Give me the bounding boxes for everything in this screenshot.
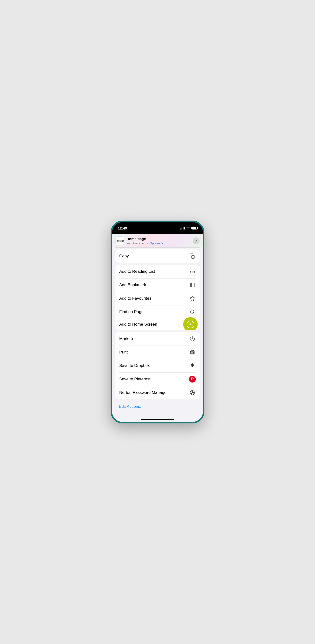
svg-point-9 (193, 352, 194, 352)
menu-section-copy: Copy (115, 250, 200, 263)
menu-item-copy[interactable]: Copy (115, 250, 200, 263)
home-indicator (141, 419, 174, 420)
menu-item-norton[interactable]: Norton Password Manager (115, 386, 200, 400)
time-display: 12:49 (118, 226, 127, 230)
copy-icon (189, 253, 196, 260)
menu-item-print[interactable]: Print (115, 346, 200, 359)
menu-item-add-to-home-screen[interactable]: Add to Home Screen + (115, 319, 200, 330)
status-icons (180, 226, 197, 230)
battery-icon (191, 226, 197, 230)
pinterest-icon: P (189, 376, 196, 382)
page-title: Home page (127, 237, 190, 241)
search-icon (189, 308, 196, 315)
add-home-icon: + (187, 320, 194, 328)
glasses-icon (189, 268, 196, 275)
menu-item-save-dropbox[interactable]: Save to Dropbox (115, 359, 200, 372)
page-url: sanctuary.co.uk (127, 242, 148, 245)
markup-icon (189, 336, 196, 342)
wifi-icon (186, 226, 190, 230)
close-button[interactable]: × (193, 238, 200, 244)
norton-icon (189, 389, 196, 396)
copy-label: Copy (119, 254, 129, 258)
dropbox-label: Save to Dropbox (119, 363, 150, 368)
svg-rect-0 (192, 256, 194, 258)
site-favicon: sanctua (115, 236, 124, 245)
status-bar: 12:49 (112, 222, 203, 234)
menu-section-tools: Markup Print (115, 332, 200, 400)
menu-item-markup[interactable]: Markup (115, 332, 200, 346)
print-icon (189, 349, 196, 356)
svg-rect-8 (191, 353, 194, 354)
norton-label: Norton Password Manager (119, 390, 168, 395)
favourites-label: Add to Favourites (119, 296, 151, 301)
pinterest-label: Save to Pinterest (119, 377, 150, 382)
menu-item-add-reading-list[interactable]: Add to Reading List (115, 265, 200, 278)
add-home-highlight: + (183, 317, 198, 330)
svg-line-5 (194, 313, 195, 314)
svg-point-4 (190, 310, 194, 313)
svg-point-12 (192, 392, 193, 393)
markup-label: Markup (119, 336, 133, 341)
star-icon (189, 295, 196, 302)
reading-list-label: Add to Reading List (119, 269, 155, 274)
menu-container: Copy Add to Reading List (112, 248, 203, 420)
book-icon (189, 282, 196, 288)
menu-section-bookmarks: Add to Reading List Add Bookmark (115, 265, 200, 330)
print-label: Print (119, 350, 128, 355)
browser-bar: sanctua Home page sanctuary.co.uk Option… (112, 234, 203, 247)
find-label: Find on Page (119, 310, 144, 314)
edit-actions-button[interactable]: Edit Actions... (115, 401, 200, 410)
menu-item-save-pinterest[interactable]: Save to Pinterest P (115, 372, 200, 386)
bookmark-label: Add Bookmark (119, 282, 146, 288)
phone-frame: 12:49 sanctua H (111, 220, 204, 424)
menu-item-find-on-page[interactable]: Find on Page (115, 305, 200, 319)
dropbox-icon (189, 362, 196, 369)
signal-icon (180, 226, 185, 230)
menu-item-add-favourites[interactable]: Add to Favourites (115, 292, 200, 305)
home-screen-label: Add to Home Screen (119, 322, 157, 327)
menu-item-add-bookmark[interactable]: Add Bookmark (115, 278, 200, 292)
svg-marker-3 (190, 296, 195, 300)
options-button[interactable]: Options > (150, 242, 163, 245)
browser-info: Home page sanctuary.co.uk Options > (127, 237, 190, 245)
